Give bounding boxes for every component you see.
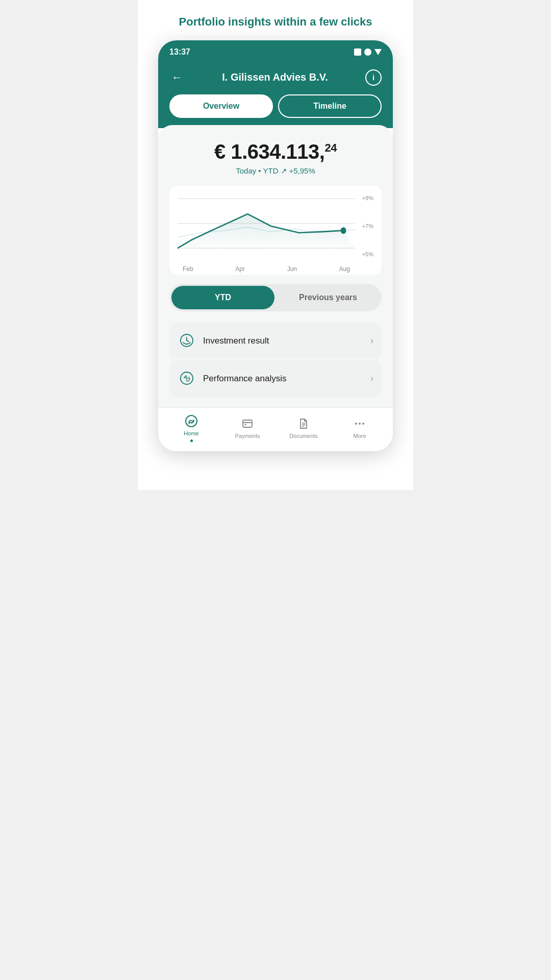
more-icon [353, 416, 367, 431]
portfolio-dot: • [258, 166, 261, 175]
back-button[interactable]: ← [169, 69, 185, 86]
portfolio-amount: € 1.634.113,24 [169, 140, 382, 163]
info-button[interactable]: i [365, 69, 382, 86]
chart-endpoint-dot [341, 227, 346, 234]
chart-section: +9% +7% +5% [169, 186, 382, 275]
nav-more[interactable]: More [332, 416, 388, 439]
payments-label: Payments [235, 433, 260, 439]
performance-analysis-label: Performance analysis [203, 374, 286, 384]
period-toggle: YTD Previous years [169, 284, 382, 311]
home-icon [184, 414, 198, 428]
battery-icon [374, 49, 382, 55]
svg-rect-7 [244, 424, 246, 425]
app-header: ← I. Gilissen Advies B.V. i Overview Tim… [158, 61, 393, 128]
status-icons [354, 48, 382, 56]
chart-y-label-9: +9% [362, 195, 373, 201]
menu-list: Investment result › [169, 323, 382, 397]
investment-result-icon [178, 332, 196, 350]
performance-analysis-chevron: › [370, 373, 373, 384]
tab-row: Overview Timeline [169, 94, 382, 118]
status-bar: 13:37 [158, 40, 393, 61]
header-title: I. Gilissen Advies B.V. [185, 71, 365, 83]
portfolio-currency: € [214, 140, 226, 163]
main-content: € 1.634.113,24 Today • YTD ↗ +5,95% +9% [158, 125, 393, 407]
chart-y-label-5: +5% [362, 251, 373, 257]
home-label: Home [184, 430, 198, 436]
portfolio-value-section: € 1.634.113,24 Today • YTD ↗ +5,95% [169, 140, 382, 176]
portfolio-ytd-label: YTD [263, 166, 279, 175]
svg-point-13 [362, 423, 364, 425]
chart-svg [178, 193, 355, 259]
phone-frame: 13:37 ← I. Gilissen Advies B.V. i Overvi… [158, 40, 393, 451]
nav-documents[interactable]: Documents [276, 416, 332, 439]
chart-x-label-jun: Jun [287, 265, 297, 273]
portfolio-change: +5,95% [289, 166, 315, 175]
tab-timeline[interactable]: Timeline [278, 94, 382, 118]
documents-icon [296, 416, 311, 431]
page-title: Portfolio insights within a few clicks [138, 0, 413, 40]
svg-rect-5 [243, 420, 252, 427]
svg-point-11 [355, 423, 357, 425]
portfolio-cents: 24 [324, 141, 336, 154]
investment-result-item[interactable]: Investment result › [169, 323, 382, 359]
bottom-nav: Home Payments [158, 407, 393, 451]
performance-analysis-icon [178, 370, 196, 388]
wifi-icon [364, 48, 371, 56]
chart-x-labels: Feb Apr Jun Aug [178, 265, 355, 273]
portfolio-main-amount: 1.634.113, [231, 140, 324, 163]
tab-overview[interactable]: Overview [169, 94, 273, 118]
payments-icon [240, 416, 255, 431]
chart-x-label-aug: Aug [339, 265, 350, 273]
svg-point-12 [359, 423, 361, 425]
nav-payments[interactable]: Payments [219, 416, 276, 439]
chart-area: +9% +7% +5% [178, 193, 373, 275]
chart-x-label-apr: Apr [235, 265, 245, 273]
chart-svg-container [178, 193, 355, 259]
chart-y-labels: +9% +7% +5% [362, 193, 373, 259]
documents-label: Documents [289, 433, 318, 439]
menu-item-left: Investment result [178, 332, 269, 350]
trend-up-icon: ↗ [281, 166, 287, 176]
home-active-dot [190, 439, 193, 442]
nav-home[interactable]: Home [163, 414, 219, 442]
header-row: ← I. Gilissen Advies B.V. i [169, 69, 382, 86]
ytd-button[interactable]: YTD [171, 286, 274, 309]
investment-result-chevron: › [370, 335, 373, 346]
previous-years-button[interactable]: Previous years [277, 286, 380, 309]
chart-y-label-7: +7% [362, 223, 373, 229]
investment-result-label: Investment result [203, 336, 269, 346]
portfolio-subtitle: Today • YTD ↗ +5,95% [169, 166, 382, 176]
menu-item-left-2: Performance analysis [178, 370, 286, 388]
signal-icon [354, 48, 361, 56]
performance-analysis-item[interactable]: Performance analysis › [169, 360, 382, 397]
status-time: 13:37 [169, 47, 190, 57]
more-label: More [353, 433, 366, 439]
chart-x-label-feb: Feb [183, 265, 193, 273]
portfolio-today-label: Today [236, 166, 256, 175]
